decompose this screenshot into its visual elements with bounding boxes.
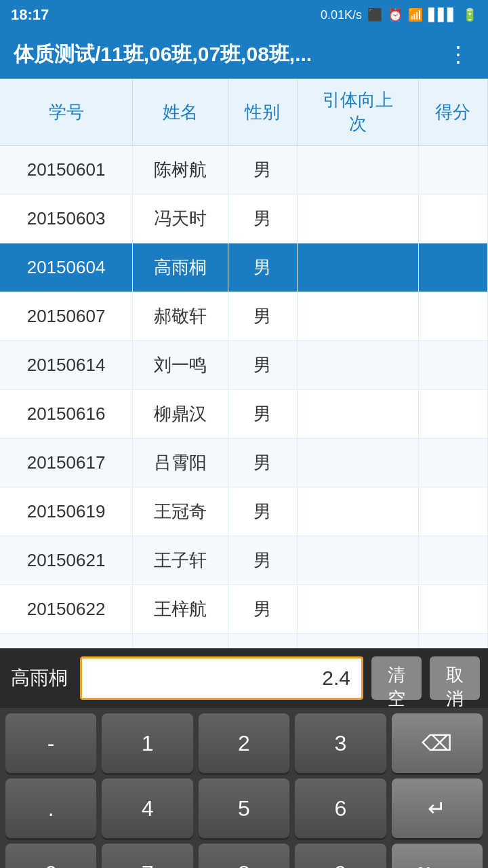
cell-score [418,243,487,292]
menu-icon[interactable]: ⋮ [442,39,474,70]
cell-gender: 男 [228,634,297,649]
cell-pullups [297,488,418,536]
key-6[interactable]: 6 [295,778,386,838]
cell-gender: 男 [228,488,297,536]
cell-score [418,536,487,585]
key-5[interactable]: 5 [199,778,289,838]
status-icons: 0.01K/s ⬛ ⏰ 📶 ▋▋▋ 🔋 [321,7,477,22]
cell-gender: 男 [228,585,297,634]
network-speed: 0.01K/s [321,8,362,22]
table-row[interactable]: 20150616柳鼎汉男 [0,390,488,439]
bluetooth-icon: ⬛ [367,7,382,22]
cell-gender: 男 [228,536,297,585]
cell-id: 20150614 [0,341,133,390]
cell-score [418,341,487,390]
cell-pullups [297,341,418,390]
status-time: 18:17 [11,6,49,24]
numeric-keypad: -123⌫.456↵0789Next [0,708,488,868]
cell-name: 柳鼎汉 [133,390,228,439]
cell-pullups [297,634,418,649]
cell-gender: 男 [228,390,297,439]
key-0[interactable]: 0 [5,844,96,868]
key-symbol[interactable]: - [5,713,96,773]
cell-name: 吴家宇 [133,634,228,649]
table-row[interactable]: 20150619王冠奇男 [0,488,488,536]
cell-pullups [297,439,418,488]
cell-id: 20150601 [0,146,133,195]
cell-id: 20150617 [0,439,133,488]
input-row: 高雨桐 清空 取消 [0,648,488,708]
cell-id: 20150604 [0,243,133,292]
cell-name: 高雨桐 [133,243,228,292]
col-header-name: 姓名 [133,79,228,146]
cell-score [418,390,487,439]
key-backspace[interactable]: ⌫ [392,713,483,773]
table-row[interactable]: 20150614刘一鸣男 [0,341,488,390]
cell-name: 吕霄阳 [133,439,228,488]
col-header-id: 学号 [0,79,133,146]
value-input[interactable] [80,656,363,700]
battery-icon: 🔋 [462,7,477,22]
cell-id: 20150621 [0,536,133,585]
status-bar: 18:17 0.01K/s ⬛ ⏰ 📶 ▋▋▋ 🔋 [0,0,488,30]
cancel-button[interactable]: 取消 [430,656,480,700]
cell-gender: 男 [228,195,297,243]
cell-gender: 男 [228,146,297,195]
cell-pullups [297,585,418,634]
cell-score [418,195,487,243]
cell-gender: 男 [228,292,297,341]
data-table: 学号 姓名 性别 引体向上次 得分 20150601陈树航男20150603冯天… [0,79,488,648]
table-row[interactable]: 20150623吴家宇男 [0,634,488,649]
key-enter[interactable]: ↵ [392,778,483,838]
key-1[interactable]: 1 [102,713,192,773]
cell-pullups [297,243,418,292]
key-symbol[interactable]: . [5,778,96,838]
data-table-container: 学号 姓名 性别 引体向上次 得分 20150601陈树航男20150603冯天… [0,79,488,648]
table-row[interactable]: 20150601陈树航男 [0,146,488,195]
cell-pullups [297,195,418,243]
col-header-gender: 性别 [228,79,297,146]
table-row[interactable]: 20150622王梓航男 [0,585,488,634]
table-row[interactable]: 20150621王子轩男 [0,536,488,585]
cell-score [418,439,487,488]
cell-score [418,292,487,341]
cell-score [418,634,487,649]
alarm-icon: ⏰ [388,7,403,22]
key-9[interactable]: 9 [295,844,386,868]
key-4[interactable]: 4 [102,778,192,838]
cell-id: 20150607 [0,292,133,341]
cell-gender: 男 [228,243,297,292]
cell-id: 20150623 [0,634,133,649]
cell-name: 王梓航 [133,585,228,634]
wifi-icon: 📶 [408,7,423,22]
clear-button[interactable]: 清空 [371,656,422,700]
key-8[interactable]: 8 [199,844,289,868]
cell-pullups [297,146,418,195]
app-title: 体质测试/11班,06班,07班,08班,... [14,41,442,68]
cell-pullups [297,536,418,585]
app-header: 体质测试/11班,06班,07班,08班,... ⋮ [0,30,488,79]
cell-id: 20150622 [0,585,133,634]
key-3[interactable]: 3 [295,713,386,773]
cell-name: 王冠奇 [133,488,228,536]
cell-gender: 男 [228,341,297,390]
key-7[interactable]: 7 [102,844,192,868]
table-row[interactable]: 20150604高雨桐男 [0,243,488,292]
table-row[interactable]: 20150607郝敬轩男 [0,292,488,341]
cell-id: 20150619 [0,488,133,536]
cell-gender: 男 [228,439,297,488]
cell-score [418,146,487,195]
cell-pullups [297,292,418,341]
signal1-icon: ▋▋▋ [428,7,457,22]
table-header-row: 学号 姓名 性别 引体向上次 得分 [0,79,488,146]
cell-id: 20150616 [0,390,133,439]
table-row[interactable]: 20150603冯天时男 [0,195,488,243]
key-2[interactable]: 2 [199,713,289,773]
col-header-pullups: 引体向上次 [297,79,418,146]
cell-name: 郝敬轩 [133,292,228,341]
key-next[interactable]: Next [392,844,483,868]
cell-name: 王子轩 [133,536,228,585]
cell-score [418,585,487,634]
cell-id: 20150603 [0,195,133,243]
table-row[interactable]: 20150617吕霄阳男 [0,439,488,488]
